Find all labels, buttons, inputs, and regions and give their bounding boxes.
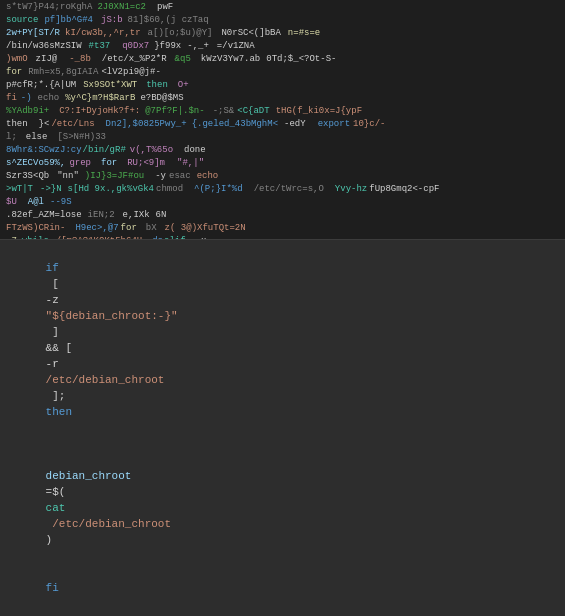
keyword-fi: fi	[46, 582, 59, 594]
string-debian-chroot: "${debian_chroot:-}"	[46, 310, 178, 322]
keyword-if: if	[46, 262, 59, 274]
keyword-then: then	[46, 406, 72, 418]
flag-z: -z	[46, 294, 66, 306]
terminal-window: if [ -z "${debian_chroot:-}" ] && [ -r /…	[0, 0, 565, 616]
path-etc-debian: /etc/debian_chroot	[46, 518, 171, 530]
flag-r: -r	[46, 358, 66, 370]
code-line-1: if [ -z "${debian_chroot:-}" ] && [ -r /…	[6, 244, 559, 436]
command-cat: cat	[46, 502, 66, 514]
code-line-3: fi	[6, 564, 559, 612]
code-line-2: debian_chroot =$( cat /etc/debian_chroot…	[6, 436, 559, 564]
path-debian-chroot: /etc/debian_chroot	[46, 374, 165, 386]
variable-assignment: debian_chroot	[46, 470, 132, 482]
terminal-code-block: if [ -z "${debian_chroot:-}" ] && [ -r /…	[0, 239, 565, 616]
